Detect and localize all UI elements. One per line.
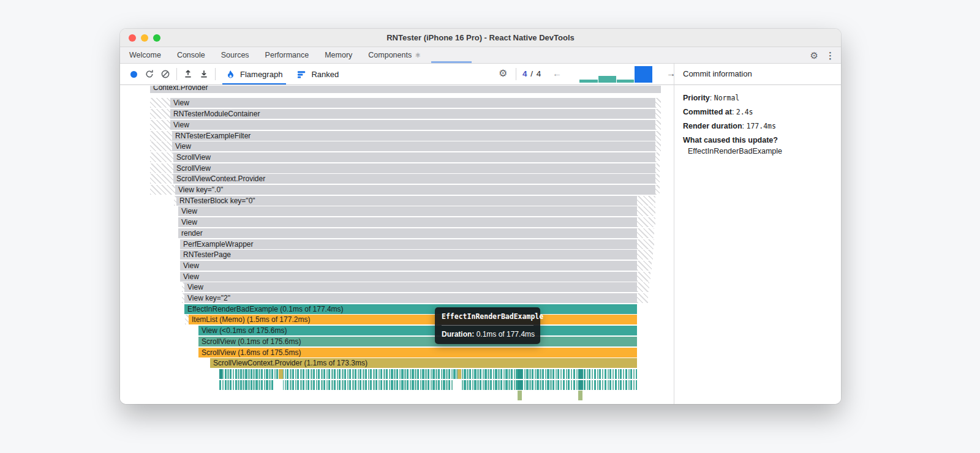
commit-information-panel: Commit information Priority: NormalCommi… [674,64,841,404]
save-profile-button[interactable] [196,66,212,82]
flame-node-label: RNTesterExampleFilter [175,132,251,140]
flame-node[interactable]: render [178,228,637,238]
did-not-render-hatch [655,174,660,184]
flame-node[interactable]: ScrollView (1.6ms of 175.5ms) [198,348,637,358]
commit-bar[interactable] [579,80,598,83]
record-button[interactable] [126,66,141,82]
flame-node[interactable]: View [180,272,637,282]
flame-node[interactable]: View key="2" [184,293,637,303]
flame-node[interactable]: View [178,206,637,216]
flame-node[interactable]: RNTesterPage [180,250,637,260]
flame-micro-node [578,380,583,390]
did-not-render-hatch [655,109,661,119]
flame-node[interactable]: ScrollView (0.1ms of 175.6ms) [198,337,637,346]
flame-node[interactable]: ScrollViewContext.Provider (1.1ms of 173… [210,358,637,368]
flamegraph-tab-label: Flamegraph [240,70,282,79]
tab-welcome[interactable]: Welcome [121,47,169,63]
minimize-window-button[interactable] [141,34,148,42]
tab-profiler[interactable] [429,47,474,63]
main-tab-bar: WelcomeConsoleSourcesPerformanceMemoryCo… [120,47,841,64]
flame-node[interactable]: ScrollViewContext.Provider [173,174,655,184]
did-not-render-hatch [637,250,653,260]
tooltip-duration: Duration: 0.1ms of 177.4ms [442,330,533,339]
flame-node[interactable]: RNTesterExampleFilter [172,131,655,141]
load-profile-button[interactable] [180,66,196,82]
flame-node[interactable]: PerfExampleWrapper [180,239,637,249]
tab-label: Components [368,51,412,59]
commit-bar[interactable] [617,80,634,83]
tab-memory[interactable]: Memory [317,47,360,63]
flame-node[interactable]: View [178,217,637,227]
tab-sources[interactable]: Sources [213,47,257,63]
profiler-settings-gear-icon[interactable]: ⚙ [499,69,507,78]
did-not-render-hatch [637,282,649,292]
flame-node-label: EffectInRenderBadExample (0.1ms of 177.4… [187,305,344,313]
did-not-render-hatch [150,131,172,141]
flame-node-label: ScrollViewContext.Provider [176,174,265,183]
did-not-render-hatch [150,174,173,184]
flame-node[interactable]: View key=".0" [175,185,655,195]
did-not-render-hatch [655,141,661,151]
flame-micro-node [518,369,522,379]
flame-node-label: RNTesterPage [183,250,231,259]
flame-node[interactable]: View [184,282,637,292]
more-options-kebab-icon[interactable]: ⋮ [826,51,835,60]
flame-micro-node [578,369,583,379]
tab-components[interactable]: Components⚛ [360,47,429,63]
tab-console[interactable]: Console [169,47,213,63]
flame-node[interactable]: ScrollView [173,163,655,173]
reload-icon [145,69,154,79]
flame-node[interactable]: ScrollView [173,152,655,162]
tab-label: Welcome [129,51,161,59]
flame-node[interactable]: View [172,141,655,151]
settings-gear-icon[interactable]: ⚙ [810,51,818,60]
flame-node-label: RNTesterBlock key="0" [179,197,255,205]
zoom-window-button[interactable] [153,34,160,42]
flame-node-label: View [183,272,199,281]
flame-micro-nodes-row[interactable] [219,369,637,379]
did-not-render-hatch [637,196,655,206]
commit-bar-selected[interactable] [635,66,652,83]
flame-node[interactable]: View (<0.1ms of 175.6ms) [198,326,637,335]
tab-flamegraph[interactable]: Flamegraph [219,64,290,84]
flame-leaf-node[interactable] [518,391,522,400]
did-not-render-hatch [150,185,175,195]
flame-node[interactable]: EffectInRenderBadExample (0.1ms of 177.4… [184,304,637,314]
did-not-render-hatch [637,272,650,282]
reload-and-profile-button[interactable] [141,66,157,82]
flame-micro-nodes-row[interactable] [219,380,637,390]
toolbar-separator [516,68,516,80]
flame-node[interactable]: RNTesterModuleContainer [170,109,655,119]
tab-ranked[interactable]: Ranked [290,64,346,84]
clear-profiling-button[interactable] [157,66,173,82]
commit-bar[interactable] [598,76,616,83]
flame-node[interactable]: View [170,98,655,108]
flame-node[interactable]: View [180,261,637,271]
tab-performance[interactable]: Performance [257,47,317,63]
did-not-render-hatch [655,163,660,173]
did-not-render-hatch [637,239,654,249]
previous-commit-arrow-icon[interactable]: ← [552,68,562,78]
flame-micro-node [219,369,222,379]
flame-node[interactable]: ItemList (Memo) (1.5ms of 177.2ms) [189,315,637,324]
flame-node-label: ItemList (Memo) (1.5ms of 177.2ms) [192,315,310,324]
flamegraph-pane: EffectInRenderBadExample Duration: 0.1ms… [120,85,674,404]
did-not-render-hatch [655,152,660,162]
commit-information-title: Commit information [674,64,841,85]
window-title: RNTester (iPhone 16 Pro) - React Native … [120,33,841,42]
did-not-render-hatch [150,120,170,130]
commit-selector-chart[interactable] [579,66,655,83]
did-not-render-hatch [655,185,660,195]
cause-section: What caused this update? EffectInRenderB… [683,136,832,155]
flame-node[interactable]: Context.Provider [150,86,661,93]
flame-node-label: View key="2" [187,294,230,302]
close-window-button[interactable] [129,34,136,42]
flame-leaf-node[interactable] [578,391,582,400]
flame-node[interactable]: View [170,120,655,130]
toolbar-separator [176,68,177,80]
window-titlebar: RNTester (iPhone 16 Pro) - React Native … [120,29,841,47]
flame-node-label: View [173,121,189,129]
cause-value[interactable]: EffectInRenderBadExample [688,147,832,155]
flame-node[interactable]: RNTesterBlock key="0" [176,196,637,206]
flame-node-label: View key=".0" [178,185,223,194]
